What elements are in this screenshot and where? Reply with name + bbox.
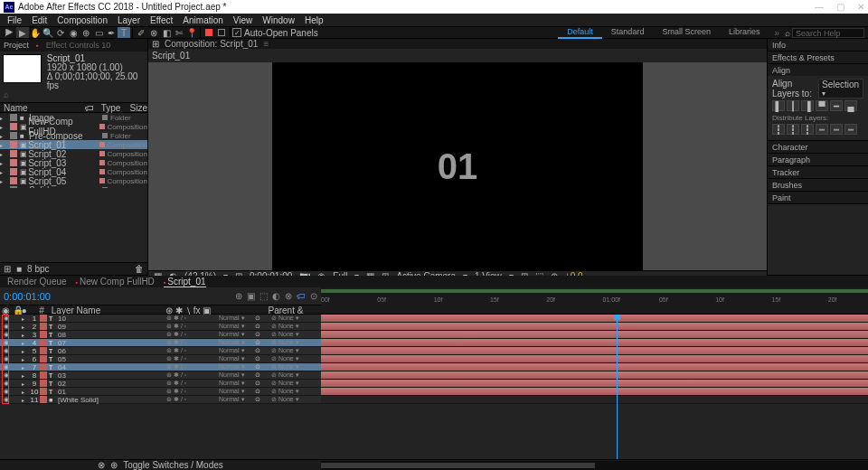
align-vcenter[interactable]: ━ <box>830 100 843 111</box>
selection-tool[interactable]: ▶ <box>16 27 29 38</box>
home-icon[interactable]: ⯈ <box>4 27 16 38</box>
workspace-standard[interactable]: Standard <box>602 26 654 39</box>
workspace-libraries[interactable]: Libraries <box>720 26 769 39</box>
tl-foot-icon[interactable]: ⊕ <box>110 460 118 470</box>
align-hcenter[interactable]: ┃ <box>787 100 799 111</box>
eraser-tool[interactable]: ◧ <box>160 27 173 38</box>
folder-icon[interactable]: ■ <box>16 264 22 274</box>
project-item[interactable]: ▸▣Script_04Composition <box>0 167 147 176</box>
paint-panel-header[interactable]: Paint <box>768 192 868 203</box>
fill-color[interactable] <box>203 27 215 38</box>
rotate-tool[interactable]: ◉ <box>67 27 80 38</box>
toggle-switches-button[interactable]: Toggle Switches / Modes <box>123 460 223 470</box>
rect-tool[interactable]: ▭ <box>92 27 105 38</box>
maximize-button[interactable]: ▢ <box>836 3 844 12</box>
project-item[interactable]: ▸▣Script_02Composition <box>0 149 147 158</box>
auto-open-checkbox[interactable]: ✓ <box>232 28 241 37</box>
workspace-small-screen[interactable]: Small Screen <box>653 26 720 39</box>
anchor-tool[interactable]: ⊕ <box>80 27 92 38</box>
playhead[interactable] <box>617 315 618 459</box>
clone-tool[interactable]: ⊗ <box>147 27 160 38</box>
tl-icon[interactable]: ◐ <box>272 291 280 301</box>
minimize-button[interactable]: — <box>815 3 824 12</box>
align-panel-header[interactable]: Align <box>768 64 868 76</box>
menu-composition[interactable]: Composition <box>53 15 111 25</box>
timeline-tab[interactable]: Render Queue <box>7 277 67 287</box>
tl-icon[interactable]: ⬚ <box>259 291 268 301</box>
tl-icon[interactable]: ⊕ <box>235 291 242 301</box>
close-button[interactable]: ✕ <box>857 3 864 12</box>
timeline-tab[interactable]: ▪ New Comp FullHD <box>76 277 155 287</box>
time-ruler[interactable]: 00f05f10f15f20f01:00f05f10f15f20f <box>321 287 868 306</box>
project-item[interactable]: ▸■Pre-composeFolder <box>0 131 147 140</box>
project-footer: ⊞ ■ 8 bpc 🗑 <box>0 262 147 275</box>
time-navigator[interactable] <box>321 461 868 470</box>
project-item[interactable]: ▸▣Script_05Composition <box>0 176 147 185</box>
roto-tool[interactable]: ✄ <box>173 27 185 38</box>
project-item[interactable]: ▸▣Script_01Composition <box>0 140 147 149</box>
type-tool[interactable]: T <box>118 27 130 38</box>
viewer[interactable]: 01 <box>148 62 767 270</box>
tool-bar: ⯈ ▶ ✋ 🔍 ⟳ ◉ ⊕ ▭ ✒ T ✐ ⊗ ◧ ✄ 📍 ✓ Auto-Ope… <box>0 26 868 39</box>
effect-controls-tab[interactable]: Effect Controls 10 <box>46 41 110 50</box>
info-panel-header[interactable]: Info <box>768 39 868 51</box>
align-left[interactable]: ▌ <box>772 100 785 111</box>
character-panel-header[interactable]: Character <box>768 141 868 153</box>
stroke-color[interactable] <box>215 27 228 38</box>
trash-icon[interactable]: 🗑 <box>135 264 144 274</box>
timeline-tab[interactable]: ▪ Script_01 <box>164 277 206 287</box>
dist-4[interactable]: ┅ <box>816 124 828 135</box>
dist-6[interactable]: ┅ <box>844 124 857 135</box>
current-time[interactable]: 0:00:01:00 <box>4 291 51 302</box>
dist-5[interactable]: ┅ <box>830 124 843 135</box>
dist-3[interactable]: ┇ <box>801 124 814 135</box>
menu-help[interactable]: Help <box>301 15 327 25</box>
bpc-button[interactable]: 8 bpc <box>27 264 49 274</box>
project-tab[interactable]: Project <box>4 41 29 50</box>
interpret-icon[interactable]: ⊞ <box>4 264 11 274</box>
zoom-tool[interactable]: 🔍 <box>42 27 54 38</box>
window-titlebar: Ae Adobe After Effects CC 2018 - Untitle… <box>0 0 868 14</box>
project-columns: Name 🏷Type Size <box>0 102 147 113</box>
paragraph-panel-header[interactable]: Paragraph <box>768 154 868 165</box>
project-item[interactable]: ▸▣Script_03Composition <box>0 158 147 167</box>
timeline-panel: Render Queue▪ New Comp FullHD▪ Script_01… <box>0 275 868 470</box>
dist-2[interactable]: ┇ <box>787 124 799 135</box>
workspace-default[interactable]: Default <box>558 26 602 39</box>
distribute-buttons: ┇ ┇ ┇ ┅ ┅ ┅ <box>772 124 863 135</box>
tl-icon[interactable]: 🏷 <box>297 291 306 301</box>
align-bottom[interactable]: ▄ <box>844 100 857 111</box>
tracker-panel-header[interactable]: Tracker <box>768 166 868 178</box>
search-help-input[interactable]: Search Help <box>792 28 864 38</box>
effects-presets-header[interactable]: Effects & Presets <box>768 52 868 63</box>
tl-icon[interactable]: ⊙ <box>310 291 317 301</box>
composition-tab[interactable]: Composition: Script_01 <box>165 39 258 49</box>
align-right[interactable]: ▐ <box>801 100 814 111</box>
tl-icon[interactable]: ▣ <box>247 291 255 301</box>
orbit-tool[interactable]: ⟳ <box>54 27 67 38</box>
menu-window[interactable]: Window <box>259 15 298 25</box>
puppet-tool[interactable]: 📍 <box>185 27 198 38</box>
project-item[interactable]: ▸▣New Comp FullHDComposition <box>0 122 147 131</box>
close-tab-icon[interactable]: ▪ <box>36 42 39 50</box>
menu-edit[interactable]: Edit <box>28 15 51 25</box>
comp-breadcrumb[interactable]: Script_01 <box>152 51 190 61</box>
menu-layer[interactable]: Layer <box>114 15 144 25</box>
canvas: 01 <box>272 62 643 270</box>
brush-tool[interactable]: ✐ <box>135 27 147 38</box>
tl-foot-icon[interactable]: ⊗ <box>98 460 105 470</box>
search-icon[interactable]: ⌕ <box>4 89 9 99</box>
tl-icon[interactable]: ⊗ <box>285 291 292 301</box>
menu-view[interactable]: View <box>230 15 257 25</box>
menu-file[interactable]: File <box>4 15 25 25</box>
align-top[interactable]: ▀ <box>816 100 828 111</box>
brushes-panel-header[interactable]: Brushes <box>768 179 868 191</box>
menu-effect[interactable]: Effect <box>146 15 176 25</box>
menu-animation[interactable]: Animation <box>179 15 226 25</box>
pen-tool[interactable]: ✒ <box>105 27 118 38</box>
align-to-dropdown[interactable]: Selection ▾ <box>818 79 863 99</box>
hand-tool[interactable]: ✋ <box>29 27 42 38</box>
panel-grip-icon[interactable]: ⊞ <box>152 39 159 49</box>
dist-1[interactable]: ┇ <box>772 124 785 135</box>
layer-row[interactable]: ◉▸11■[White Solid]⊛ ✱ / ▫Normal ▾⊙⊘ None… <box>0 396 321 404</box>
